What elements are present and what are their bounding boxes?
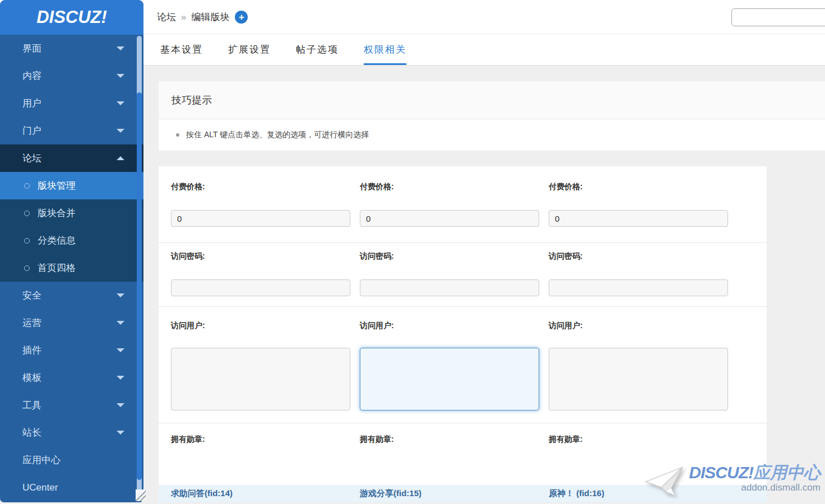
users-textarea-col2-focused[interactable] xyxy=(360,348,539,410)
sidebar-resize-grip-icon[interactable] xyxy=(136,489,146,501)
price-label: 付费价格: xyxy=(171,182,350,191)
row-divider xyxy=(159,306,767,307)
sidebar-item-content[interactable]: 内容 xyxy=(0,62,143,90)
topbar: 论坛 » 编辑版块 + xyxy=(143,0,825,34)
medal-label: 拥有勋章: xyxy=(360,435,539,444)
password-input-col1[interactable] xyxy=(171,279,350,296)
sidebar-subitem-label: 分类信息 xyxy=(38,234,76,247)
sidebar-item-security[interactable]: 安全 xyxy=(0,282,143,309)
sidebar-subitem-forum-merge[interactable]: 版块合并 xyxy=(0,199,143,227)
price-input-col2[interactable] xyxy=(360,210,539,227)
sidebar-item-label: 工具 xyxy=(22,399,41,412)
label-row-users: 访问用户: 访问用户: 访问用户: xyxy=(159,321,767,330)
tab-basic-settings[interactable]: 基本设置 xyxy=(160,34,203,65)
chevron-down-icon xyxy=(117,46,124,50)
label-row-medal: 拥有勋章: 拥有勋章: 拥有勋章: xyxy=(159,435,767,444)
chevron-up-icon xyxy=(117,156,124,160)
circle-bullet-icon xyxy=(24,238,30,244)
sidebar-subitem-category-info[interactable]: 分类信息 xyxy=(0,227,143,254)
discuz-logo: DISCUZ! xyxy=(0,0,143,35)
sidebar-item-label: UCenter xyxy=(22,482,58,493)
password-input-col2[interactable] xyxy=(360,279,539,296)
watermark-text: DISCUZ!应用中心 addon.dismall.com xyxy=(689,464,821,493)
users-textarea-col3[interactable] xyxy=(549,348,728,410)
sidebar-item-portal[interactable]: 门户 xyxy=(0,117,143,144)
sidebar-item-webmaster[interactable]: 站长 xyxy=(0,419,143,446)
sidebar-scrollbar-thumb[interactable] xyxy=(137,92,142,480)
chevron-down-icon xyxy=(117,293,124,297)
tips-title: 技巧提示 xyxy=(172,94,212,107)
control-row-password xyxy=(159,279,767,296)
forum-link-fid14[interactable]: 求助问答(fid:14) xyxy=(171,488,350,499)
sidebar-item-label: 站长 xyxy=(22,426,41,439)
sidebar-subitem-label: 版块管理 xyxy=(38,179,76,192)
plus-icon: + xyxy=(239,12,244,22)
sidebar-item-label: 应用中心 xyxy=(22,454,61,466)
circle-bullet-icon xyxy=(24,183,30,189)
watermark-domain: addon.dismall.com xyxy=(689,482,821,493)
sidebar-item-users[interactable]: 用户 xyxy=(0,90,143,117)
label-row-price: 付费价格: 付费价格: 付费价格: xyxy=(159,182,767,191)
chevron-down-icon xyxy=(117,101,124,105)
tab-permissions[interactable]: 权限相关 xyxy=(364,34,406,65)
sidebar-item-label: 用户 xyxy=(22,97,41,110)
control-row-users xyxy=(159,348,767,410)
sidebar-subitem-label: 首页四格 xyxy=(38,262,76,274)
price-input-col1[interactable] xyxy=(171,210,350,227)
sidebar-item-label: 门户 xyxy=(22,124,41,137)
sidebar-item-operation[interactable]: 运营 xyxy=(0,309,143,337)
control-row-price xyxy=(159,210,767,227)
bullet-dot-icon xyxy=(176,133,179,137)
sidebar-item-ucenter[interactable]: UCenter xyxy=(0,474,143,501)
price-input-col3[interactable] xyxy=(549,210,728,227)
chevron-down-icon xyxy=(117,403,124,407)
sidebar-item-label: 模板 xyxy=(22,371,41,384)
users-label: 访问用户: xyxy=(360,321,539,330)
tips-header: 技巧提示 xyxy=(159,81,825,119)
chevron-down-icon xyxy=(117,321,124,325)
main-content: 技巧提示 按住 ALT 键点击单选、复选的选项，可进行横向选择 付费价格: 付费… xyxy=(143,66,825,504)
sidebar-item-label: 论坛 xyxy=(22,152,41,165)
sidebar-item-label: 运营 xyxy=(22,316,41,329)
sidebar-item-label: 插件 xyxy=(22,344,41,357)
sidebar-subitem-home-grid[interactable]: 首页四格 xyxy=(0,254,143,282)
search-input[interactable] xyxy=(731,8,825,26)
forum-permissions-form: 付费价格: 付费价格: 付费价格: 访问密码: 访问密码: 访问密码: 访问用户… xyxy=(159,166,767,502)
add-button[interactable]: + xyxy=(235,11,248,24)
users-textarea-col1[interactable] xyxy=(171,348,350,410)
circle-bullet-icon xyxy=(24,265,30,271)
circle-bullet-icon xyxy=(24,211,30,216)
sidebar-item-forum[interactable]: 论坛 xyxy=(0,144,143,172)
sidebar-menu: 界面 内容 用户 门户 论坛 版块管理 版块合并 分类信息 xyxy=(0,35,143,501)
tab-extended-settings[interactable]: 扩展设置 xyxy=(228,34,271,65)
breadcrumb-section[interactable]: 论坛 xyxy=(157,11,176,24)
chevron-down-icon xyxy=(117,431,124,435)
medal-label: 拥有勋章: xyxy=(549,435,728,444)
password-input-col3[interactable] xyxy=(549,279,728,296)
sidebar-subitem-label: 版块合并 xyxy=(38,207,76,220)
sidebar-item-app-center[interactable]: 应用中心 xyxy=(0,446,143,474)
row-divider xyxy=(159,242,767,243)
tab-post-options[interactable]: 帖子选项 xyxy=(296,34,339,65)
sidebar-item-tools[interactable]: 工具 xyxy=(0,391,143,419)
password-label: 访问密码: xyxy=(549,251,728,260)
users-label: 访问用户: xyxy=(171,321,350,330)
price-label: 付费价格: xyxy=(360,182,539,191)
tips-body: 按住 ALT 键点击单选、复选的选项，可进行横向选择 xyxy=(159,119,825,151)
sidebar-item-label: 内容 xyxy=(22,69,41,82)
sidebar-scrollbar-track[interactable] xyxy=(137,36,142,500)
price-label: 付费价格: xyxy=(549,182,728,191)
sidebar-item-interface[interactable]: 界面 xyxy=(0,35,143,62)
sidebar-subitem-forum-manage[interactable]: 版块管理 xyxy=(0,172,143,199)
sidebar-item-label: 界面 xyxy=(22,42,41,55)
label-row-password: 访问密码: 访问密码: 访问密码: xyxy=(159,251,767,260)
medal-label: 拥有勋章: xyxy=(171,435,350,444)
users-label: 访问用户: xyxy=(549,321,728,330)
paper-plane-icon xyxy=(642,466,688,504)
breadcrumb: 论坛 » 编辑版块 + xyxy=(157,0,248,34)
password-label: 访问密码: xyxy=(171,251,350,260)
chevron-down-icon xyxy=(117,74,124,78)
sidebar-item-plugins[interactable]: 插件 xyxy=(0,337,143,364)
sidebar-item-templates[interactable]: 模板 xyxy=(0,364,143,391)
forum-link-fid15[interactable]: 游戏分享(fid:15) xyxy=(360,488,539,499)
